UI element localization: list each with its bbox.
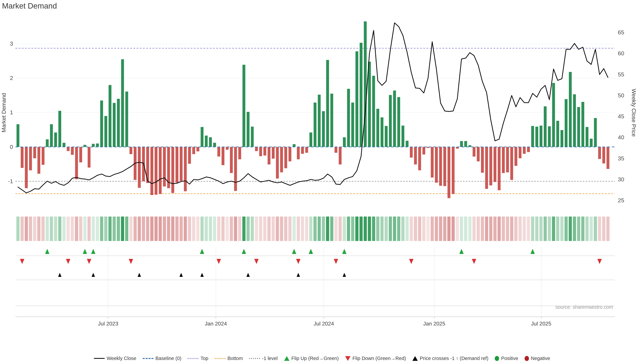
- demand-bar-positive: [347, 89, 350, 147]
- heatmap-cell-positive: [351, 217, 354, 241]
- heatmap-cell-negative: [498, 217, 501, 241]
- demand-bar-positive: [565, 99, 568, 147]
- legend-glyph-dots-icon: [188, 358, 198, 359]
- demand-bar-negative: [477, 147, 480, 161]
- heatmap-cell-negative: [163, 217, 166, 241]
- flip-down-marker: [87, 259, 91, 264]
- heatmap-cell-positive: [343, 217, 346, 241]
- heatmap-cell-negative: [150, 217, 154, 241]
- heatmap-cell-negative: [606, 217, 610, 241]
- right-axis-tick: 30: [618, 176, 624, 183]
- legend-glyph-triangle-down-icon: [345, 356, 350, 361]
- demand-bar-negative: [29, 147, 32, 170]
- left-axis-tick: 3: [10, 40, 13, 47]
- heatmap-cell-negative: [489, 217, 492, 241]
- heatmap-cell-positive: [121, 217, 124, 241]
- heatmap-cell-negative: [263, 217, 266, 241]
- demand-bar-negative: [138, 147, 141, 188]
- heatmap-cell-positive: [544, 217, 547, 241]
- demand-bar-negative: [188, 147, 191, 164]
- heatmap-cell-positive: [594, 217, 597, 241]
- heatmap-cell-positive: [251, 217, 254, 241]
- heatmap-cell-negative: [66, 217, 70, 241]
- legend-glyph-circle-icon: [524, 356, 529, 361]
- demand-bar-negative: [519, 147, 522, 158]
- demand-bar-negative: [192, 147, 195, 154]
- demand-bar-negative: [67, 147, 70, 151]
- heatmap-cell-positive: [535, 217, 538, 241]
- heatmap-cell-positive: [200, 217, 204, 241]
- legend-glyph-circle-icon: [495, 356, 499, 361]
- heatmap-cell-positive: [309, 217, 312, 241]
- demand-bar-positive: [560, 130, 563, 147]
- heatmap-cell-negative: [426, 217, 430, 241]
- legend-item-baseline-0: Baseline (0): [143, 356, 182, 361]
- heatmap-cell-positive: [581, 217, 584, 241]
- demand-bar-negative: [217, 147, 220, 157]
- demand-bar-negative: [443, 147, 446, 186]
- demand-bar-negative: [176, 147, 178, 183]
- heatmap-cell-negative: [196, 217, 200, 241]
- heatmap-cell-positive: [213, 217, 216, 241]
- demand-bar-positive: [531, 126, 534, 147]
- heatmap-cell-positive: [552, 217, 555, 241]
- flip-down-marker: [217, 259, 221, 264]
- demand-bar-negative: [498, 147, 500, 190]
- demand-bar-negative: [238, 147, 241, 159]
- demand-bar-negative: [431, 147, 434, 178]
- heatmap-cell-positive: [406, 217, 409, 241]
- heatmap-cell-positive: [209, 217, 212, 241]
- demand-bar-negative: [21, 147, 24, 168]
- legend-item-bottom: Bottom: [215, 356, 243, 361]
- demand-bar-negative: [514, 147, 518, 166]
- heatmap-cell-negative: [234, 217, 237, 241]
- demand-bar-negative: [88, 147, 90, 168]
- demand-bar-positive: [247, 112, 250, 147]
- heatmap-cell-negative: [268, 217, 271, 241]
- demand-bar-negative: [75, 147, 78, 179]
- demand-bar-positive: [326, 60, 329, 147]
- flip-up-marker: [83, 249, 87, 254]
- demand-bar-negative: [150, 147, 153, 195]
- demand-bar-negative: [42, 147, 44, 165]
- legend-glyph-dots-icon: [249, 358, 260, 359]
- demand-bar-negative: [71, 147, 74, 155]
- heatmap-cell-positive: [464, 217, 467, 241]
- heatmap-cell-negative: [410, 217, 413, 241]
- flip-down-marker: [598, 259, 602, 264]
- demand-bar-negative: [196, 147, 199, 151]
- demand-bar-positive: [406, 141, 408, 147]
- demand-bar-negative: [527, 147, 530, 152]
- heatmap-cell-negative: [184, 217, 187, 241]
- right-axis-tick: 40: [618, 134, 624, 140]
- legend-glyph-dash-icon: [143, 358, 154, 359]
- heatmap-cell-negative: [280, 217, 283, 241]
- demand-bar-negative: [334, 147, 338, 153]
- x-axis-tick-label: Jul 2025: [531, 321, 552, 327]
- heatmap-cell-negative: [79, 217, 82, 241]
- heatmap-cell-positive: [112, 217, 116, 241]
- heatmap-cell-negative: [33, 217, 36, 241]
- heatmap-cell-negative: [284, 217, 287, 241]
- heatmap-cell-positive: [92, 217, 95, 241]
- heatmap-cell-positive: [104, 217, 107, 241]
- heatmap-cell-positive: [322, 217, 325, 241]
- heatmap-cell-negative: [502, 217, 505, 241]
- demand-bar-negative: [33, 147, 36, 158]
- heatmap-cell-positive: [58, 217, 62, 241]
- demand-bar-negative: [339, 147, 342, 165]
- heatmap-cell-negative: [447, 217, 450, 241]
- demand-bar-negative: [280, 147, 283, 172]
- demand-bar-positive: [586, 127, 588, 147]
- demand-bar-positive: [205, 136, 208, 147]
- demand-bar-positive: [92, 144, 95, 147]
- legend-label: Bottom: [228, 356, 243, 361]
- legend-label: Top: [200, 356, 208, 361]
- source-credit: source: sharemaestro.com: [556, 304, 613, 310]
- demand-bar-positive: [535, 127, 538, 147]
- heatmap-cell-negative: [472, 217, 476, 241]
- flip-up-marker: [530, 249, 535, 254]
- demand-bar-negative: [414, 147, 417, 165]
- heatmap-cell-negative: [288, 217, 292, 241]
- heatmap-cell-positive: [54, 217, 57, 241]
